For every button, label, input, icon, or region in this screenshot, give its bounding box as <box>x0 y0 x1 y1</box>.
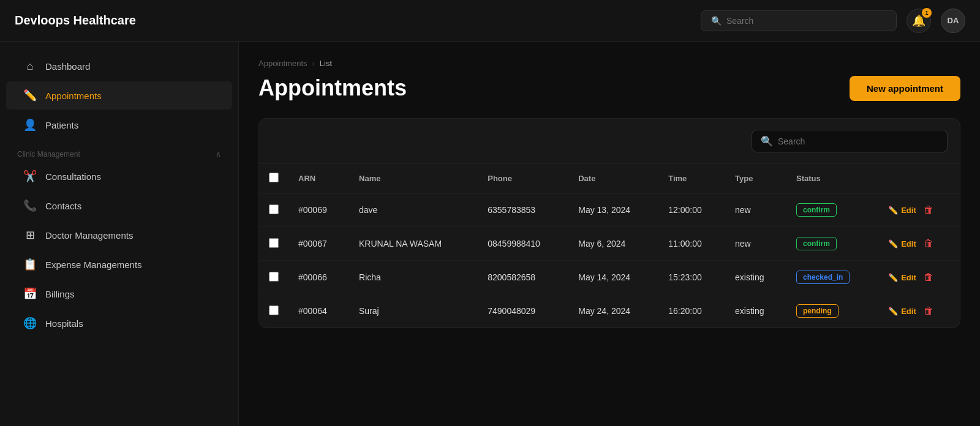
table-header: ARN Name Phone Date Time Type Status <box>259 164 960 193</box>
global-search-input[interactable] <box>726 16 886 26</box>
row-checkbox[interactable] <box>269 238 279 248</box>
sidebar-item-label-contacts: Contacts <box>45 201 81 211</box>
breadcrumb: Appointments › List <box>258 59 960 68</box>
doctor-icon: ⊞ <box>23 228 37 242</box>
row-status: confirm <box>786 227 878 261</box>
row-date: May 6, 2024 <box>568 227 658 261</box>
sidebar-item-billings[interactable]: 📅 Billings <box>6 280 232 308</box>
topbar: Devloops Healthcare 🔍 🔔 1 DA <box>0 0 980 42</box>
row-checkbox[interactable] <box>269 204 279 214</box>
sidebar-item-expense-managements[interactable]: 📋 Expense Managements <box>6 250 232 278</box>
col-phone: Phone <box>478 164 568 193</box>
row-name: Richa <box>349 261 478 294</box>
row-date: May 13, 2024 <box>568 193 658 227</box>
row-date: May 24, 2024 <box>568 294 658 328</box>
sidebar-item-label-consultations: Consultations <box>45 171 101 182</box>
edit-button[interactable]: ✏️ Edit <box>888 239 916 248</box>
row-type: existing <box>725 261 786 294</box>
appointments-table-card: 🔍 ARN Name Phone Date Time Type <box>258 118 960 328</box>
edit-icon: ✏️ <box>888 206 898 215</box>
sidebar-item-dashboard[interactable]: ⌂ Dashboard <box>6 53 232 80</box>
edit-button[interactable]: ✏️ Edit <box>888 206 916 215</box>
action-cell: ✏️ Edit 🗑 <box>888 238 950 249</box>
new-appointment-button[interactable]: New appointment <box>850 76 960 101</box>
table-search-bar[interactable]: 🔍 <box>752 130 948 152</box>
row-date: May 14, 2024 <box>568 261 658 294</box>
sidebar-item-hospitals[interactable]: 🌐 Hospitals <box>6 309 232 337</box>
table-toolbar: 🔍 <box>259 119 960 164</box>
row-checkbox[interactable] <box>269 272 279 282</box>
edit-button[interactable]: ✏️ Edit <box>888 273 916 282</box>
row-time: 12:00:00 <box>658 193 725 227</box>
row-status: checked_in <box>786 261 878 294</box>
page-header: Appointments New appointment <box>258 75 960 101</box>
edit-label: Edit <box>901 206 916 215</box>
row-name: KRUNAL NA WASAM <box>349 227 478 261</box>
row-type: new <box>725 227 786 261</box>
brand-label: Devloops Healthcare <box>15 13 701 28</box>
sidebar-item-consultations[interactable]: ✂️ Consultations <box>6 162 232 190</box>
delete-button[interactable]: 🗑 <box>924 272 933 283</box>
sidebar-item-label-expense: Expense Managements <box>45 260 142 270</box>
notification-button[interactable]: 🔔 1 <box>907 9 931 33</box>
consultations-icon: ✂️ <box>23 170 37 183</box>
table-row: #00067 KRUNAL NA WASAM 08459988410 May 6… <box>259 227 960 261</box>
table-row: #00066 Richa 8200582658 May 14, 2024 15:… <box>259 261 960 294</box>
row-time: 15:23:00 <box>658 261 725 294</box>
sidebar-item-doctor-managements[interactable]: ⊞ Doctor Managements <box>6 221 232 249</box>
edit-button[interactable]: ✏️ Edit <box>888 307 916 316</box>
delete-button[interactable]: 🗑 <box>924 238 933 249</box>
row-phone: 08459988410 <box>478 227 568 261</box>
col-status: Status <box>786 164 878 193</box>
edit-icon: ✏️ <box>888 239 898 248</box>
sidebar: ⌂ Dashboard ✏️ Appointments 👤 Patients C… <box>0 42 239 426</box>
row-arn: #00066 <box>288 261 349 294</box>
breadcrumb-separator: › <box>312 59 315 68</box>
sidebar-item-patients[interactable]: 👤 Patients <box>6 111 232 139</box>
action-cell: ✏️ Edit 🗑 <box>888 305 950 316</box>
action-cell: ✏️ Edit 🗑 <box>888 272 950 283</box>
home-icon: ⌂ <box>23 60 37 73</box>
sidebar-item-label-billings: Billings <box>45 289 75 299</box>
row-phone: 6355783853 <box>478 193 568 227</box>
row-checkbox-cell[interactable] <box>259 261 288 294</box>
patients-icon: 👤 <box>23 118 37 132</box>
notification-badge: 1 <box>922 8 932 18</box>
row-type: new <box>725 193 786 227</box>
col-time: Time <box>658 164 725 193</box>
row-checkbox-cell[interactable] <box>259 294 288 328</box>
row-status: pending <box>786 294 878 328</box>
row-checkbox-cell[interactable] <box>259 193 288 227</box>
sidebar-item-label-dashboard: Dashboard <box>45 61 90 72</box>
edit-icon: ✏️ <box>888 307 898 316</box>
search-icon: 🔍 <box>711 16 722 26</box>
edit-label: Edit <box>901 273 916 282</box>
row-time: 16:20:00 <box>658 294 725 328</box>
row-checkbox[interactable] <box>269 305 279 315</box>
row-checkbox-cell[interactable] <box>259 227 288 261</box>
sidebar-item-label-patients: Patients <box>45 120 78 130</box>
row-type: existing <box>725 294 786 328</box>
sidebar-item-label-hospitals: Hospitals <box>45 318 83 329</box>
status-badge: checked_in <box>796 271 850 284</box>
expense-icon: 📋 <box>23 258 37 271</box>
action-cell: ✏️ Edit 🗑 <box>888 204 950 215</box>
select-all-checkbox[interactable] <box>269 173 279 182</box>
sidebar-collapse-icon[interactable]: ∧ <box>216 150 221 159</box>
row-name: dave <box>349 193 478 227</box>
sidebar-item-contacts[interactable]: 📞 Contacts <box>6 192 232 220</box>
sidebar-item-appointments[interactable]: ✏️ Appointments <box>6 81 232 110</box>
avatar[interactable]: DA <box>941 9 965 33</box>
delete-button[interactable]: 🗑 <box>924 204 933 215</box>
global-search-bar[interactable]: 🔍 <box>701 10 897 31</box>
breadcrumb-parent[interactable]: Appointments <box>258 59 307 68</box>
col-name: Name <box>349 164 478 193</box>
row-arn: #00067 <box>288 227 349 261</box>
col-type: Type <box>725 164 786 193</box>
sidebar-item-label-doctor: Doctor Managements <box>45 230 133 241</box>
delete-button[interactable]: 🗑 <box>924 305 933 316</box>
status-badge: confirm <box>796 237 837 250</box>
status-badge: confirm <box>796 203 837 217</box>
edit-icon: ✏️ <box>888 273 898 282</box>
table-search-input[interactable] <box>778 136 938 146</box>
